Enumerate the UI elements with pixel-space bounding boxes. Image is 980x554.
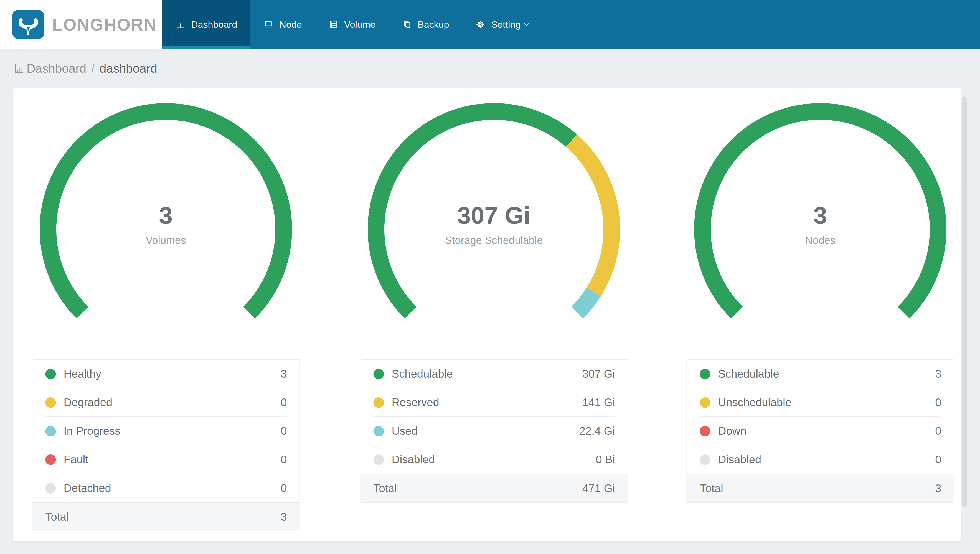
legend-color-dot <box>46 426 56 436</box>
legend-label: Disabled <box>392 453 596 466</box>
gauge-center-value: 3 <box>694 203 947 228</box>
legend-color-dot <box>374 454 384 465</box>
gauge-center-label: Nodes <box>694 235 947 246</box>
legend-color-dot <box>374 397 384 408</box>
legend-label: Detached <box>64 482 281 494</box>
legend-row: Detached0 <box>32 474 300 502</box>
legend-value: 3 <box>935 368 941 380</box>
vertical-scrollbar-thumb[interactable] <box>962 97 967 508</box>
logo[interactable]: LONGHORN <box>0 0 162 49</box>
legend-color-dot <box>46 369 56 379</box>
bar-chart-icon <box>175 20 185 29</box>
legend-value: 0 <box>281 482 287 494</box>
legend-label: Healthy <box>64 368 281 380</box>
legend-row: Fault0 <box>32 445 300 474</box>
volumes-legend-table: Healthy3Degraded0In Progress0Fault0Detac… <box>32 359 300 531</box>
legend-total-value: 3 <box>935 482 941 495</box>
dashboard-card: 3 Volumes Healthy3Degraded0In Progress0F… <box>13 88 961 541</box>
legend-color-dot <box>700 454 710 465</box>
gauge-center-value: 3 <box>40 203 292 228</box>
longhorn-bull-icon <box>12 10 45 39</box>
legend-row: Degraded0 <box>32 388 300 417</box>
nav-item-label: Dashboard <box>191 19 237 30</box>
legend-label: Fault <box>64 453 281 466</box>
legend-total-row: Total471 Gi <box>360 474 628 502</box>
legend-label: Used <box>392 425 579 437</box>
legend-total-label: Total <box>46 511 281 523</box>
nav-item-label: Backup <box>418 19 449 30</box>
copy-icon <box>402 20 412 29</box>
legend-total-label: Total <box>700 482 935 495</box>
legend-label: Schedulable <box>718 368 935 380</box>
nav-item-node[interactable]: Node <box>250 0 315 49</box>
legend-color-dot <box>374 426 384 436</box>
breadcrumb-page: dashboard <box>100 62 157 75</box>
storage-legend-table: Schedulable307 GiReserved141 GiUsed22.4 … <box>360 359 628 503</box>
legend-value: 0 <box>281 453 287 466</box>
legend-label: Down <box>718 425 935 437</box>
legend-row: Unschedulable0 <box>687 388 954 417</box>
legend-label: Reserved <box>392 396 582 409</box>
brand-name: LONGHORN <box>52 15 157 34</box>
legend-value: 0 <box>281 425 287 437</box>
nav-item-dashboard[interactable]: Dashboard <box>162 0 250 49</box>
legend-value: 0 <box>935 425 941 437</box>
legend-row: In Progress0 <box>32 417 300 445</box>
legend-value: 0 <box>935 396 941 409</box>
legend-total-row: Total3 <box>687 474 954 502</box>
legend-total-row: Total3 <box>32 502 300 531</box>
volumes-gauge: 3 Volumes <box>40 103 292 355</box>
legend-color-dot <box>46 397 56 408</box>
legend-total-label: Total <box>374 482 582 495</box>
nav-item-volume[interactable]: Volume <box>315 0 389 49</box>
legend-label: Unschedulable <box>718 396 935 409</box>
nav-item-label: Node <box>279 19 302 30</box>
volumes-chart-column: 3 Volumes Healthy3Degraded0In Progress0F… <box>8 88 324 541</box>
nodes-legend-table: Schedulable3Unschedulable0Down0Disabled0… <box>686 359 955 503</box>
nodes-gauge: 3 Nodes <box>694 103 947 355</box>
legend-value: 22.4 Gi <box>579 425 615 437</box>
nav-item-backup[interactable]: Backup <box>389 0 462 49</box>
legend-row: Disabled0 <box>687 445 954 474</box>
longhorn-dashboard-screen: LONGHORN DashboardNodeVolumeBackupSettin… <box>0 0 980 554</box>
legend-color-dot <box>700 426 710 436</box>
storage-gauge: 307 Gi Storage Schedulable <box>368 103 620 355</box>
breadcrumb-section[interactable]: Dashboard <box>27 62 86 75</box>
legend-row: Schedulable307 Gi <box>360 360 628 388</box>
legend-total-value: 3 <box>281 511 287 523</box>
bar-chart-icon <box>13 63 24 74</box>
legend-row: Schedulable3 <box>687 360 954 388</box>
database-icon <box>329 20 338 29</box>
legend-value: 0 Bi <box>596 453 615 466</box>
legend-color-dot <box>700 369 710 379</box>
legend-color-dot <box>700 397 710 408</box>
legend-color-dot <box>374 369 384 379</box>
legend-row: Reserved141 Gi <box>360 388 628 417</box>
legend-value: 307 Gi <box>582 368 615 380</box>
legend-row: Down0 <box>687 417 954 445</box>
nodes-chart-column: 3 Nodes Schedulable3Unschedulable0Down0D… <box>662 88 978 541</box>
legend-total-value: 471 Gi <box>582 482 615 495</box>
gear-icon <box>476 20 485 29</box>
storage-chart-column: 307 Gi Storage Schedulable Schedulable30… <box>336 88 652 541</box>
nav-item-setting[interactable]: Setting <box>462 0 544 49</box>
nav-item-label: Volume <box>344 19 375 30</box>
gauge-center-label: Volumes <box>40 235 292 246</box>
gauge-center-value: 307 Gi <box>368 203 620 228</box>
nav-item-label: Setting <box>491 19 520 30</box>
legend-row: Healthy3 <box>32 360 300 388</box>
legend-value: 141 Gi <box>582 396 615 409</box>
breadcrumb: Dashboard / dashboard <box>13 49 157 88</box>
legend-label: In Progress <box>64 425 281 437</box>
legend-value: 0 <box>935 453 941 466</box>
legend-value: 0 <box>281 396 287 409</box>
main-nav: DashboardNodeVolumeBackupSetting <box>162 0 544 49</box>
legend-label: Degraded <box>64 396 281 409</box>
legend-row: Used22.4 Gi <box>360 417 628 445</box>
legend-color-dot <box>46 454 56 465</box>
legend-label: Schedulable <box>392 368 582 380</box>
legend-row: Disabled0 Bi <box>360 445 628 474</box>
legend-value: 3 <box>281 368 287 380</box>
legend-color-dot <box>46 483 56 494</box>
legend-label: Disabled <box>718 453 935 466</box>
